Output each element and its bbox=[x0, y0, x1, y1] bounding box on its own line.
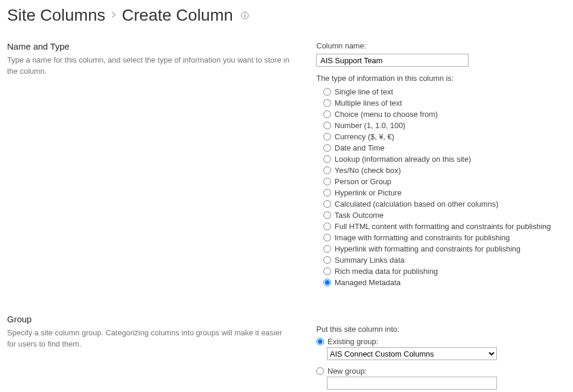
column-type-radio[interactable] bbox=[323, 189, 331, 197]
existing-group-label[interactable]: Existing group: bbox=[328, 337, 378, 346]
column-type-option-label: Currency ($, ¥, €) bbox=[335, 132, 394, 141]
column-type-option[interactable]: Date and Time bbox=[323, 142, 566, 153]
column-type-option[interactable]: Summary Links data bbox=[323, 254, 566, 266]
column-type-option[interactable]: Rich media data for publishing bbox=[323, 266, 566, 277]
svg-point-1 bbox=[244, 13, 245, 14]
column-type-option[interactable]: Currency ($, ¥, €) bbox=[323, 131, 566, 142]
column-type-radio[interactable] bbox=[323, 223, 331, 230]
column-type-option[interactable]: Full HTML content with formatting and co… bbox=[323, 221, 566, 232]
chevron-right-icon bbox=[112, 11, 116, 20]
new-group-input[interactable] bbox=[327, 377, 497, 390]
column-type-option-label: Rich media data for publishing bbox=[335, 267, 438, 276]
column-type-option[interactable]: Hyperlink with formatting and constraint… bbox=[323, 243, 566, 254]
column-type-radio[interactable] bbox=[323, 166, 331, 174]
column-type-label: The type of information in this column i… bbox=[316, 74, 566, 83]
column-type-option[interactable]: Image with formatting and constraints fo… bbox=[323, 232, 566, 243]
column-type-option[interactable]: Hyperlink or Picture bbox=[323, 187, 566, 198]
column-type-option-label: Person or Group bbox=[335, 177, 391, 186]
new-group-label[interactable]: New group: bbox=[328, 367, 366, 375]
column-type-radio[interactable] bbox=[323, 155, 331, 163]
column-type-option[interactable]: Number (1, 1.0, 100) bbox=[323, 120, 566, 131]
column-type-option-label: Full HTML content with formatting and co… bbox=[335, 222, 551, 231]
section-desc-name-type: Type a name for this column, and select … bbox=[7, 55, 290, 77]
column-type-radio[interactable] bbox=[323, 245, 331, 253]
new-group-radio[interactable] bbox=[316, 367, 324, 375]
info-icon[interactable] bbox=[240, 11, 250, 20]
column-type-radio[interactable] bbox=[323, 110, 331, 118]
section-heading-name-type: Name and Type bbox=[7, 41, 302, 51]
column-type-option[interactable]: Task Outcome bbox=[323, 210, 566, 221]
column-type-radio[interactable] bbox=[323, 234, 331, 241]
column-type-option-label: Choice (menu to choose from) bbox=[335, 110, 438, 119]
column-name-label: Column name: bbox=[316, 41, 566, 50]
column-type-option-label: Date and Time bbox=[335, 143, 385, 152]
column-type-radio[interactable] bbox=[323, 279, 331, 286]
group-put-label: Put this site column into: bbox=[316, 325, 566, 334]
column-type-option[interactable]: Lookup (information already on this site… bbox=[323, 153, 566, 165]
column-type-radio[interactable] bbox=[323, 133, 331, 141]
breadcrumb: Site Columns Create Column bbox=[7, 6, 566, 25]
column-type-option-label: Summary Links data bbox=[335, 256, 405, 264]
breadcrumb-parent-link[interactable]: Site Columns bbox=[7, 6, 106, 25]
column-type-option[interactable]: Single line of text bbox=[323, 86, 566, 97]
section-heading-group: Group bbox=[7, 314, 302, 324]
column-type-option-label: Hyperlink with formatting and constraint… bbox=[335, 244, 520, 253]
column-type-radio[interactable] bbox=[323, 256, 331, 264]
column-type-radio[interactable] bbox=[323, 99, 331, 107]
column-type-option-label: Managed Metadata bbox=[335, 278, 401, 287]
column-type-radio[interactable] bbox=[323, 200, 331, 208]
column-type-option[interactable]: Yes/No (check box) bbox=[323, 165, 566, 176]
column-type-radio[interactable] bbox=[323, 122, 331, 129]
column-type-option[interactable]: Calculated (calculation based on other c… bbox=[323, 198, 566, 210]
column-type-radio[interactable] bbox=[323, 267, 331, 275]
breadcrumb-current: Create Column bbox=[122, 6, 233, 25]
column-type-radio[interactable] bbox=[323, 144, 331, 152]
column-type-radio-list: Single line of textMultiple lines of tex… bbox=[323, 86, 566, 288]
column-type-option-label: Single line of text bbox=[335, 87, 393, 96]
column-type-option-label: Multiple lines of text bbox=[335, 99, 402, 107]
svg-rect-2 bbox=[244, 15, 245, 18]
column-type-option-label: Hyperlink or Picture bbox=[335, 188, 401, 197]
column-type-option[interactable]: Choice (menu to choose from) bbox=[323, 109, 566, 120]
column-type-option[interactable]: Multiple lines of text bbox=[323, 97, 566, 109]
column-type-radio[interactable] bbox=[323, 211, 331, 219]
column-type-option-label: Yes/No (check box) bbox=[335, 166, 401, 175]
column-type-option-label: Task Outcome bbox=[335, 211, 384, 220]
column-type-radio[interactable] bbox=[323, 88, 331, 96]
column-type-option-label: Lookup (information already on this site… bbox=[335, 155, 471, 164]
column-type-option[interactable]: Managed Metadata bbox=[323, 277, 566, 288]
column-name-input[interactable] bbox=[316, 54, 469, 67]
existing-group-select[interactable]: AIS Connect Custom Columns bbox=[327, 347, 497, 360]
section-desc-group: Specify a site column group. Categorizin… bbox=[7, 328, 290, 350]
column-type-option-label: Calculated (calculation based on other c… bbox=[335, 200, 499, 208]
column-type-option-label: Number (1, 1.0, 100) bbox=[335, 121, 405, 130]
column-type-option[interactable]: Person or Group bbox=[323, 176, 566, 187]
column-type-radio[interactable] bbox=[323, 178, 331, 185]
column-type-option-label: Image with formatting and constraints fo… bbox=[335, 233, 510, 242]
existing-group-radio[interactable] bbox=[316, 338, 324, 345]
